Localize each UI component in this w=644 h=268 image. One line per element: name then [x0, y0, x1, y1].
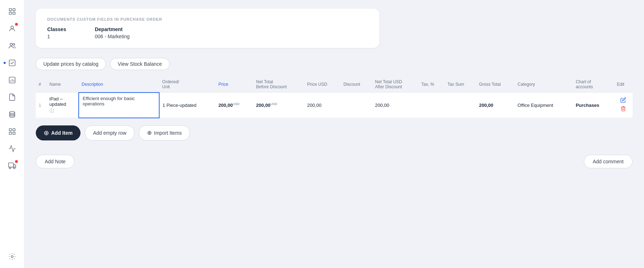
row-name: iPad –updated ⓘ	[47, 93, 79, 118]
files-icon[interactable]	[5, 90, 19, 104]
col-tax-percent: Tax, %	[418, 76, 444, 93]
main-content: DOCUMENTS CUSTOM FIELDS IN PURCHASE ORDE…	[24, 0, 644, 268]
grid-icon[interactable]	[5, 124, 19, 139]
row-chart-of-accounts: Purchases	[573, 93, 614, 118]
add-empty-row-label: Add empty row	[93, 130, 126, 136]
svg-rect-13	[13, 132, 15, 134]
row-category: Office Equipment	[515, 93, 573, 118]
row-net-total-after: 200,00	[372, 93, 418, 118]
view-stock-button[interactable]: View Stock Balance	[110, 58, 169, 70]
items-table: # Name Description Ordered/Unit Price Ne…	[36, 76, 633, 118]
svg-rect-7	[9, 60, 15, 66]
col-category: Category	[515, 76, 573, 93]
settings-icon[interactable]	[5, 249, 19, 264]
row-discount	[341, 93, 372, 118]
svg-rect-2	[9, 12, 11, 14]
import-items-button[interactable]: ⊕ Import Items	[139, 125, 190, 140]
users-icon[interactable]	[5, 39, 19, 53]
col-edit: Edit	[614, 76, 633, 93]
col-discount: Discount	[341, 76, 372, 93]
edit-row-icon[interactable]	[620, 97, 626, 104]
row-gross-total: 200,00	[476, 93, 515, 118]
ordered-qty: 1	[162, 103, 165, 108]
svg-rect-3	[13, 12, 15, 14]
svg-rect-11	[13, 129, 15, 131]
ordered-unit-text: Piece-updated	[166, 103, 196, 108]
department-field: Department 006 - Marketing	[95, 26, 130, 39]
classes-field: Classes 1	[47, 26, 66, 39]
row-tax-percent	[418, 93, 444, 118]
net-total-before-value: 200,00	[256, 103, 270, 108]
row-edit-cell	[614, 93, 633, 118]
svg-point-17	[11, 255, 13, 258]
purchase-orders-icon[interactable]	[5, 4, 19, 19]
department-value: 006 - Marketing	[95, 34, 130, 39]
svg-point-4	[11, 26, 13, 29]
reports-icon[interactable]	[5, 73, 19, 87]
svg-rect-14	[8, 163, 13, 167]
classes-label: Classes	[47, 26, 66, 32]
col-net-total-after: Net Total USDAfter Discount	[372, 76, 418, 93]
col-gross-total: Gross Total	[476, 76, 515, 93]
svg-rect-0	[9, 9, 11, 11]
svg-point-15	[9, 167, 11, 169]
department-label: Department	[95, 26, 130, 32]
price-usd-value: 200,00	[307, 103, 322, 108]
svg-point-5	[10, 43, 12, 45]
row-num: 1	[36, 93, 47, 118]
contacts-icon[interactable]	[5, 21, 19, 36]
add-item-button[interactable]: ⊕ Add Item	[36, 125, 80, 140]
col-ordered-unit: Ordered/Unit	[159, 76, 215, 93]
col-chart-of-accounts: Chart ofaccounts	[573, 76, 614, 93]
update-prices-button[interactable]: Update prices by catalog	[36, 58, 106, 70]
items-table-container: # Name Description Ordered/Unit Price Ne…	[36, 76, 633, 118]
svg-point-9	[9, 111, 15, 114]
import-plus-icon: ⊕	[147, 129, 152, 136]
add-comment-button[interactable]: Add comment	[584, 155, 633, 168]
note-comment-row: Add Note Add comment	[36, 155, 633, 168]
price-value: 200,00	[219, 103, 233, 108]
bottom-actions-row: ⊕ Add Item Add empty row ⊕ Import Items	[36, 125, 633, 140]
col-price: Price	[216, 76, 253, 93]
custom-fields-card: DOCUMENTS CUSTOM FIELDS IN PURCHASE ORDE…	[36, 9, 379, 48]
import-items-label: Import Items	[154, 130, 182, 136]
custom-fields-row: Classes 1 Department 006 - Marketing	[47, 26, 368, 39]
svg-rect-12	[9, 132, 11, 134]
row-ordered-unit: 1 Piece-updated	[159, 93, 215, 118]
svg-rect-1	[13, 9, 15, 11]
col-num: #	[36, 76, 47, 93]
sidebar	[0, 0, 24, 268]
table-header-row: # Name Description Ordered/Unit Price Ne…	[36, 76, 633, 93]
row-description[interactable]: Efficient enough for basic operations	[79, 93, 159, 118]
gross-total-value: 200,00	[479, 103, 493, 108]
delivery-icon[interactable]	[5, 159, 19, 173]
add-item-label: Add Item	[51, 130, 73, 136]
row-net-total-before: 200,00USD	[253, 93, 304, 118]
col-price-usd: Price USD	[304, 76, 341, 93]
add-note-button[interactable]: Add Note	[36, 155, 74, 168]
table-row: 1 iPad –updated ⓘ Efficient enough for b…	[36, 93, 633, 118]
net-total-after-value: 200,00	[375, 103, 389, 108]
classes-value: 1	[47, 34, 66, 39]
col-description: Description	[79, 76, 159, 93]
add-empty-row-button[interactable]: Add empty row	[85, 125, 135, 140]
col-name: Name	[47, 76, 79, 93]
row-price-usd: 200,00	[304, 93, 341, 118]
storage-icon[interactable]	[5, 107, 19, 121]
analytics-icon[interactable]	[5, 142, 19, 156]
col-net-total-before: Net TotalBefore Discount	[253, 76, 304, 93]
action-buttons-row: Update prices by catalog View Stock Bala…	[36, 58, 633, 70]
tasks-icon[interactable]	[5, 56, 19, 70]
svg-point-16	[13, 167, 15, 169]
info-icon: ⓘ	[49, 108, 75, 114]
row-tax-sum	[445, 93, 476, 118]
delete-row-icon[interactable]	[620, 106, 626, 113]
custom-fields-title: DOCUMENTS CUSTOM FIELDS IN PURCHASE ORDE…	[47, 17, 368, 21]
add-item-plus-icon: ⊕	[44, 129, 49, 137]
row-price: 200,00USD	[216, 93, 253, 118]
svg-rect-10	[9, 129, 11, 131]
svg-point-6	[13, 44, 15, 46]
item-name-text: iPad –updated	[49, 96, 75, 107]
col-tax-sum: Tax Sum	[445, 76, 476, 93]
